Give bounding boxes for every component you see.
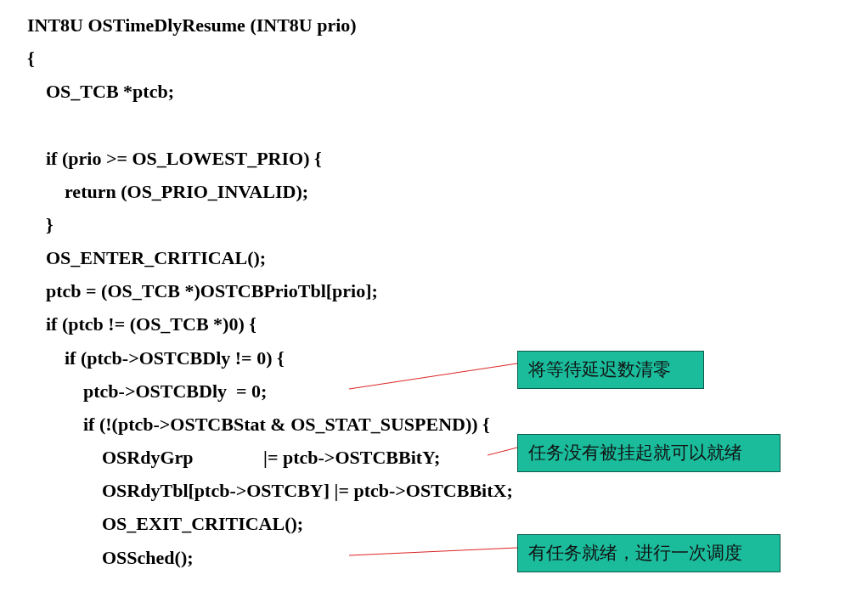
code-block: INT8U OSTimeDlyResume (INT8U prio) { OS_…	[27, 8, 860, 574]
callout-clear-delay: 将等待延迟数清零	[517, 351, 704, 389]
callout-schedule-once: 有任务就绪，进行一次调度	[517, 534, 781, 572]
code-lines: INT8U OSTimeDlyResume (INT8U prio) { OS_…	[27, 8, 860, 574]
callout-not-suspended-ready: 任务没有被挂起就可以就绪	[517, 434, 781, 472]
